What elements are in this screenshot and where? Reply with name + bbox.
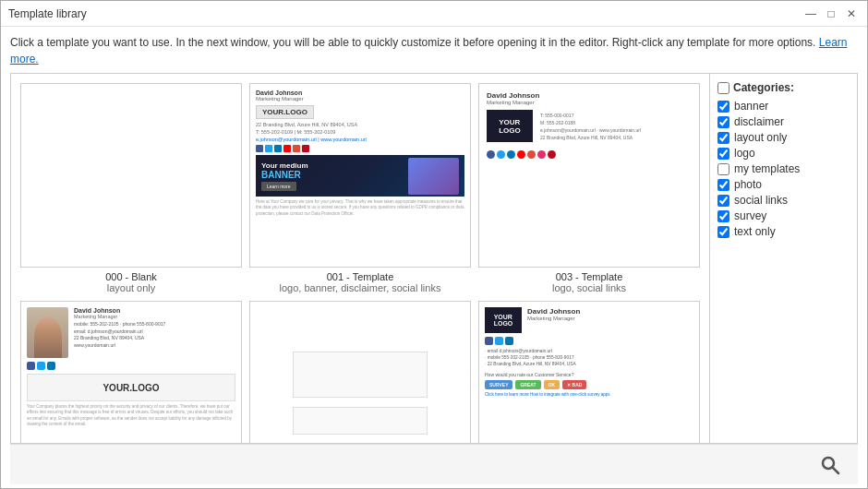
- template-preview-003[interactable]: David Johnson Marketing Manager YOURLOGO…: [478, 83, 700, 268]
- categories-master-checkbox[interactable]: [717, 82, 729, 94]
- template-card[interactable]: 005 - Template layout only: [249, 301, 471, 443]
- category-item-photo[interactable]: photo: [717, 178, 850, 191]
- template-card[interactable]: David Johnson Marketing Manager YOURLOGO…: [478, 83, 700, 293]
- category-label-layout-only[interactable]: layout only: [734, 131, 787, 144]
- category-checkbox-layout-only[interactable]: [717, 132, 729, 144]
- content-area: Click a template you want to use. In the…: [1, 27, 867, 488]
- blank-preview: [21, 84, 241, 267]
- maximize-button[interactable]: □: [823, 6, 839, 22]
- minimize-button[interactable]: —: [802, 6, 819, 22]
- category-item-social-links[interactable]: social links: [717, 194, 850, 207]
- category-label-survey[interactable]: survey: [734, 209, 766, 222]
- instruction-text: Click a template you want to use. In the…: [10, 34, 858, 67]
- category-checkbox-disclaimer[interactable]: [717, 116, 729, 128]
- category-checkbox-banner[interactable]: [717, 101, 729, 113]
- preview-001-content: David Johnson Marketing Manager YOUR.LOG…: [250, 84, 470, 267]
- category-label-disclaimer[interactable]: disclaimer: [734, 115, 784, 128]
- template-sublabel-000: layout only: [107, 282, 156, 293]
- instruction-body: Click a template you want to use. In the…: [10, 36, 815, 49]
- window-title: Template library: [8, 7, 87, 20]
- templates-area: 000 - Blank layout only David Johnson: [11, 74, 709, 443]
- category-checkbox-logo[interactable]: [717, 148, 729, 160]
- search-icon: [819, 454, 841, 476]
- template-card[interactable]: David Johnson Marketing Manager YOUR.LOG…: [249, 83, 471, 293]
- template-preview-005[interactable]: [249, 301, 471, 443]
- category-item-disclaimer[interactable]: disclaimer: [717, 115, 850, 128]
- template-card[interactable]: David Johnson Marketing Manager mobile: …: [20, 301, 242, 443]
- template-card[interactable]: 000 - Blank layout only: [20, 83, 242, 293]
- preview-003-content: David Johnson Marketing Manager YOURLOGO…: [479, 84, 699, 267]
- template-card[interactable]: YOURLOGO David Johnson Marketing Manager: [478, 301, 700, 443]
- preview-006-content: YOURLOGO David Johnson Marketing Manager: [479, 302, 699, 443]
- category-label-my-templates[interactable]: my templates: [734, 162, 800, 175]
- category-label-text-only[interactable]: text only: [734, 225, 776, 238]
- category-checkbox-social-links[interactable]: [717, 195, 729, 207]
- category-item-banner[interactable]: banner: [717, 100, 850, 113]
- category-label-social-links[interactable]: social links: [734, 194, 788, 207]
- template-preview-000[interactable]: [20, 83, 242, 268]
- close-button[interactable]: ✕: [843, 6, 860, 22]
- category-item-text-only[interactable]: text only: [717, 225, 850, 238]
- window-controls: — □ ✕: [802, 6, 860, 22]
- title-bar: Template library — □ ✕: [1, 1, 867, 27]
- svg-line-1: [833, 467, 839, 473]
- category-label-banner[interactable]: banner: [734, 100, 768, 113]
- templates-grid: 000 - Blank layout only David Johnson: [20, 83, 700, 443]
- category-item-survey[interactable]: survey: [717, 209, 850, 222]
- search-button[interactable]: [814, 448, 847, 482]
- categories-label: Categories:: [733, 81, 794, 94]
- template-label-000: 000 - Blank: [105, 271, 157, 282]
- template-library-window: Template library — □ ✕ Click a template …: [0, 0, 868, 489]
- categories-header-row: Categories:: [717, 81, 850, 94]
- category-label-photo[interactable]: photo: [734, 178, 762, 191]
- template-label-001: 001 - Template: [327, 271, 394, 282]
- bottom-bar: [10, 444, 858, 484]
- preview-004-content: David Johnson Marketing Manager mobile: …: [21, 302, 241, 443]
- template-sublabel-001: logo, banner, disclaimer, social links: [280, 282, 441, 293]
- category-item-my-templates[interactable]: my templates: [717, 162, 850, 175]
- category-checkbox-my-templates[interactable]: [717, 163, 729, 175]
- category-label-logo[interactable]: logo: [734, 147, 755, 160]
- category-item-logo[interactable]: logo: [717, 147, 850, 160]
- category-checkbox-photo[interactable]: [717, 179, 729, 191]
- template-preview-006[interactable]: YOURLOGO David Johnson Marketing Manager: [478, 301, 700, 443]
- template-sublabel-003: logo, social links: [552, 282, 626, 293]
- sidebar: Categories: banner disclaimer layout onl…: [709, 74, 857, 443]
- category-item-layout-only[interactable]: layout only: [717, 131, 850, 144]
- category-checkbox-text-only[interactable]: [717, 226, 729, 238]
- main-panel: 000 - Blank layout only David Johnson: [10, 73, 858, 444]
- template-label-003: 003 - Template: [556, 271, 623, 282]
- preview-005-content: [250, 302, 470, 443]
- template-preview-004[interactable]: David Johnson Marketing Manager mobile: …: [20, 301, 242, 443]
- category-checkbox-survey[interactable]: [717, 210, 729, 222]
- templates-scroll[interactable]: 000 - Blank layout only David Johnson: [11, 74, 709, 443]
- template-preview-001[interactable]: David Johnson Marketing Manager YOUR.LOG…: [249, 83, 471, 268]
